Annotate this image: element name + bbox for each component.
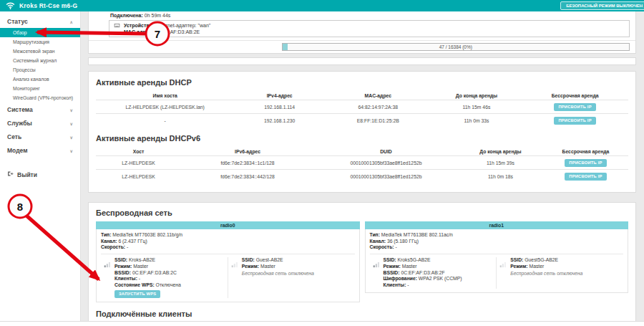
start-wps-button[interactable]: ЗАПУСТИТЬ WPS [114, 290, 160, 298]
field-label: Клиенты: [384, 282, 406, 287]
network-kroks-5g: SSID: Kroks5G-AB2E Режим: Master BSSID: … [370, 257, 497, 289]
logout-button[interactable]: Выйти [0, 167, 80, 182]
dhcpv6-row: LZ-HELPDESK fd6e:7de2:3834::442/128 0001… [96, 170, 628, 183]
dhcp-table: Имя хоста IPv4-адрес MAC-адрес До конца … [96, 91, 628, 127]
sidebar-item-channel-analysis[interactable]: Анализ каналов [0, 75, 80, 84]
section-label: Службы [7, 120, 32, 127]
wan-status-card: Подключена: 0h 59m 44s Устройство: Ether… [88, 11, 636, 54]
field-value: WPA2 PSK (CCMP) [419, 276, 462, 281]
clients-title: Подключённые клиенты [96, 310, 628, 318]
sidebar-section-status[interactable]: Статус ∧ [0, 14, 80, 28]
radio0-networks: SSID: Kroks-AB2E Режим: Master BSSID: 0C… [101, 254, 355, 298]
sidebar-item-routes[interactable]: Маршрутизация [0, 37, 80, 47]
wifi-logo-icon [6, 0, 15, 12]
net-line: Шифрование: WPA2 PSK (CCMP) [384, 276, 462, 282]
net-line: Режим: Master [510, 264, 582, 270]
dhcp-leases-card: Активные аренды DHCP Имя хоста IPv4-адре… [88, 71, 636, 193]
dhcpv6-title: Активные аренды DHCPv6 [96, 134, 628, 143]
assign-ip-button[interactable]: ПРИСВОИТЬ IP [565, 173, 606, 181]
dhcp-row: LZ-HELPDESK (LZ-HELPDESK.lan) 192.168.1.… [96, 100, 628, 114]
network-disabled-note: Беспроводная сеть отключена [510, 271, 582, 277]
signal-strength-icon [231, 258, 239, 271]
network-disabled-note: Беспроводная сеть отключена [242, 271, 314, 277]
radio1-header: radio1 [365, 221, 629, 229]
field-value: 0C:EF:AF:D3:AB:2C [132, 270, 177, 275]
sidebar-section-network[interactable]: Сеть ∨ [0, 130, 80, 143]
dhcpv6-row: LZ-HELPDESK fd6e:7de2:3834::1c1/128 0001… [96, 156, 628, 170]
field-value: 0C:EF:AF:D3:AB:2F [401, 270, 444, 275]
network-details: SSID: Kroks-AB2E Режим: Master BSSID: 0C… [114, 257, 181, 298]
assign-ip-button[interactable]: ПРИСВОИТЬ IP [565, 159, 606, 167]
ipv6-cell: fd6e:7de2:3834::442/128 [181, 170, 314, 183]
field-label: BSSID: [384, 270, 400, 275]
wan-device-box: Устройство: Ethernet-адаптер: "wan" MAC-… [109, 20, 630, 37]
net-line: Режим: Master [384, 264, 462, 270]
sidebar-item-processes[interactable]: Процессы [0, 65, 80, 75]
field-label: Состояние WPS: [114, 282, 155, 287]
field-value: Ethernet-адаптер: "wan" [155, 23, 210, 28]
wan-device-line: Устройство: Ethernet-адаптер: "wan" [124, 22, 210, 29]
ipv4-cell: 192.168.1.230 [234, 114, 324, 128]
field-value: - [396, 244, 397, 249]
hostname-cell: - [96, 114, 234, 128]
net-line: SSID: Kroks-AB2E [114, 257, 181, 264]
net-line: SSID: Guest-AB2E [242, 257, 314, 264]
sidebar-section-modem[interactable]: Модем ∨ [0, 143, 80, 157]
field-label: SSID: [114, 257, 127, 262]
field-value: - [127, 244, 128, 249]
field-value: Kroks5G-AB2E [398, 257, 431, 262]
field-label: Режим: [510, 264, 527, 269]
radio1-body: Тип: MediaTek MT7613BE 802.11ac/n Канал:… [365, 229, 629, 293]
lease-cell: 11h 0m 33s [431, 114, 522, 128]
net-line: Режим: Master [242, 264, 314, 270]
assign-ip-button[interactable]: ПРИСВОИТЬ IP [554, 117, 595, 125]
safe-mode-button[interactable]: БЕЗОПАСНЫЙ РЕЖИМ ВЫКЛЮЧЕН [560, 1, 644, 10]
signal-strength-icon [373, 258, 381, 271]
status-menu: Обзор Маршрутизация Межсетевой экран Сис… [0, 28, 80, 102]
net-line: Состояние WPS: Отключена [114, 282, 181, 289]
info-line: Тип: MediaTek MT7613BE 802.11ac/n [370, 232, 624, 239]
sidebar-item-firewall[interactable]: Межсетевой экран [0, 47, 80, 56]
sidebar-item-system-log[interactable]: Системный журнал [0, 56, 80, 65]
sidebar: Статус ∧ Обзор Маршрутизация Межсетевой … [0, 11, 81, 326]
mac-cell: 64:82:14:97:2A:38 [325, 100, 431, 114]
sidebar-section-services[interactable]: Службы ∨ [0, 116, 80, 130]
app-header: Kroks Rt-Cse m6-G БЕЗОПАСНЫЙ РЕЖИМ ВЫКЛЮ… [0, 0, 644, 11]
info-line: Скорость: - [370, 244, 624, 251]
dhcp-header-row: Имя хоста IPv4-адрес MAC-адрес До конца … [96, 91, 628, 100]
col-static-lease: Бессрочная аренда [543, 147, 628, 156]
ipv6-cell: fd6e:7de2:3834::1c1/128 [181, 156, 314, 170]
lease-cell: 11h 15m 46s [431, 100, 522, 114]
sidebar-section-system[interactable]: Система ∨ [0, 102, 80, 116]
field-value: Отключена [156, 282, 181, 287]
sidebar-item-overview[interactable]: Обзор [0, 28, 80, 37]
logout-label: Выйти [17, 171, 37, 178]
signal-strength-icon [499, 258, 507, 271]
net-line: SSID: Kroks5G-AB2E [384, 257, 462, 264]
section-label: Сеть [7, 133, 21, 140]
static-lease-cell: ПРИСВОИТЬ IP [543, 170, 628, 183]
host-cell: LZ-HELPDESK [96, 170, 181, 183]
connections-progress-bar: 47 / 16384 (0%) [282, 43, 630, 51]
active-connections-row: 47 / 16384 (0%) [89, 40, 635, 53]
hostname-cell: LZ-HELPDESK (LZ-HELPDESK.lan) [96, 100, 234, 114]
field-label: SSID: [242, 257, 255, 262]
assign-ip-button[interactable]: ПРИСВОИТЬ IP [554, 103, 595, 111]
net-line: Режим: Master [114, 264, 181, 270]
lease-cell: 11h 0m 18s [458, 170, 543, 183]
network-details: SSID: Guest5G-AB2E Режим: Master Беспров… [510, 257, 582, 277]
field-label: Тип: [101, 232, 111, 237]
chevron-down-icon: ∨ [70, 135, 73, 140]
section-label: Система [7, 106, 33, 113]
sidebar-item-monitoring[interactable]: Мониторинг [0, 84, 80, 93]
static-lease-cell: ПРИСВОИТЬ IP [522, 100, 628, 114]
field-value: Master [402, 264, 417, 269]
main-content: Подключена: 0h 59m 44s Устройство: Ether… [81, 11, 644, 326]
duid-cell: 00010001305bf33ae8ff1ed1252b [314, 170, 458, 183]
section-label: Статус [7, 18, 28, 25]
sidebar-item-wireguard[interactable]: WireGuard (VPN-протокол) [0, 93, 80, 102]
wan-device-fields: Устройство: Ethernet-адаптер: "wan" MAC-… [124, 22, 210, 35]
mac-cell: E8:FF:1E:D1:25:2B [325, 114, 431, 128]
field-value: Master [133, 264, 148, 269]
field-label: Клиенты: [114, 276, 137, 281]
